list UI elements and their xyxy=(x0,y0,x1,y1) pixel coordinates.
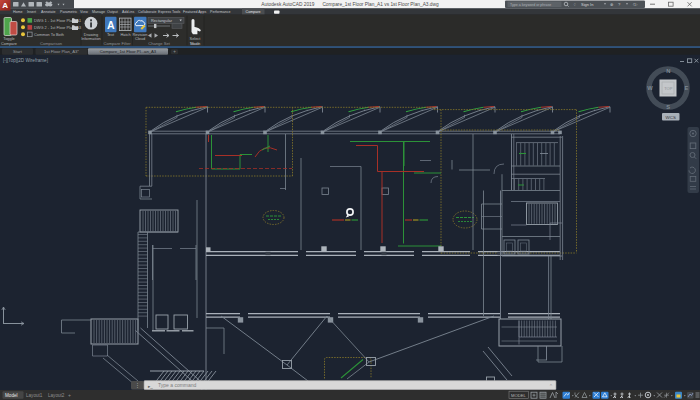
svg-text:A: A xyxy=(2,1,8,10)
svg-text:Comparison: Comparison xyxy=(40,41,63,46)
svg-text:+: + xyxy=(173,49,176,54)
svg-text:▸_: ▸_ xyxy=(148,384,153,389)
svg-text:Information: Information xyxy=(81,36,100,41)
svg-text:Insert: Insert xyxy=(27,10,36,14)
svg-text:Featured Apps: Featured Apps xyxy=(183,10,207,14)
svg-text:⋮: ⋮ xyxy=(135,382,141,388)
svg-text:MODEL: MODEL xyxy=(511,393,527,398)
svg-text:Sign In: Sign In xyxy=(581,2,593,7)
svg-text:Type a keyword or phrase: Type a keyword or phrase xyxy=(510,3,551,7)
svg-text:Start: Start xyxy=(13,49,23,54)
svg-text:1st Floor Plan_A3*: 1st Floor Plan_A3* xyxy=(44,49,79,54)
svg-text:Output: Output xyxy=(107,10,118,14)
svg-text:Manage: Manage xyxy=(92,10,105,14)
svg-text:[-][Top][2D Wireframe]: [-][Top][2D Wireframe] xyxy=(3,58,48,63)
svg-text:W: W xyxy=(647,85,653,91)
svg-text:♢: ♢ xyxy=(573,2,577,7)
svg-text:WCS: WCS xyxy=(666,115,676,120)
svg-text:E: E xyxy=(685,85,689,91)
svg-text:View: View xyxy=(80,10,88,14)
svg-text:Model: Model xyxy=(5,393,18,398)
svg-text:Layout1: Layout1 xyxy=(26,393,43,398)
svg-text:Type a command: Type a command xyxy=(158,382,197,388)
svg-text:Performance: Performance xyxy=(210,10,231,14)
svg-text:Hatch: Hatch xyxy=(120,32,130,37)
svg-text:Compare_1st Floor Pl...an_A3: Compare_1st Floor Pl...an_A3 xyxy=(100,49,157,54)
svg-text:Collaborate: Collaborate xyxy=(138,10,156,14)
svg-text:Change Set: Change Set xyxy=(148,41,170,46)
svg-text:⊕: ⊕ xyxy=(610,2,614,7)
svg-text:Autodesk AutoCAD 2019 Com: Autodesk AutoCAD 2019 Compare_1st Floor … xyxy=(261,2,439,7)
svg-text:Add-ins: Add-ins xyxy=(122,10,134,14)
svg-text:TOP: TOP xyxy=(664,86,672,91)
svg-text:N: N xyxy=(666,68,670,74)
svg-text:Common To Both: Common To Both xyxy=(34,32,64,37)
svg-text:Rectangular: Rectangular xyxy=(151,18,173,23)
svg-text:Cloud: Cloud xyxy=(135,36,145,41)
svg-text:A: A xyxy=(107,19,115,31)
svg-text:Home: Home xyxy=(13,10,23,14)
svg-text:+: + xyxy=(68,392,71,398)
svg-text:⌃: ⌃ xyxy=(549,383,553,389)
svg-text:Compare: Compare xyxy=(246,10,261,14)
svg-text:Express Tools: Express Tools xyxy=(158,10,181,14)
svg-text:Compare: Compare xyxy=(1,41,17,46)
svg-text:Compare Filter: Compare Filter xyxy=(103,41,131,46)
svg-text:Layout2: Layout2 xyxy=(48,393,65,398)
svg-text:Mode: Mode xyxy=(190,41,200,46)
svg-text:Text: Text xyxy=(107,32,115,37)
svg-text:Parametric: Parametric xyxy=(60,10,78,14)
svg-text:S: S xyxy=(666,104,670,110)
svg-text:Annotate: Annotate xyxy=(41,10,55,14)
